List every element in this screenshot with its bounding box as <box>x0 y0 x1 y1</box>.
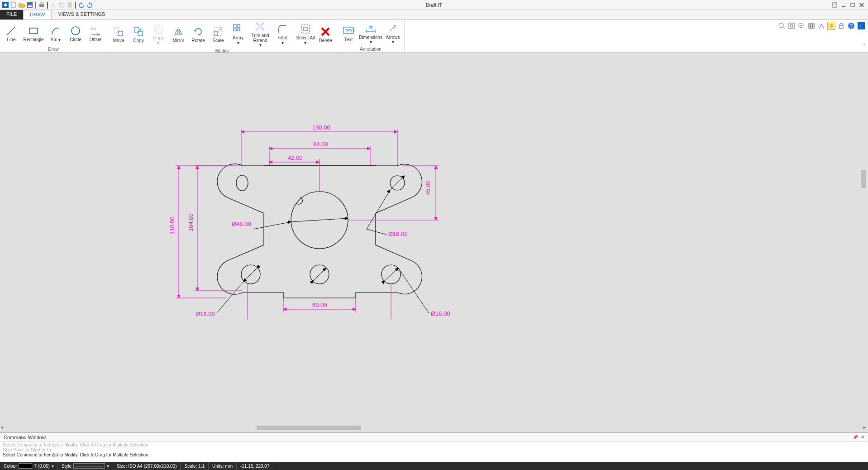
collapse-ribbon-icon[interactable]: ˄ <box>863 43 865 48</box>
text-icon: TEXT <box>343 25 354 37</box>
help-icon[interactable]: ? <box>847 22 855 30</box>
tab-file[interactable]: FILE <box>0 10 23 19</box>
scale-icon <box>212 26 224 38</box>
tool-array[interactable]: Array▾ <box>229 21 248 48</box>
tool-dimensions[interactable]: 25Dimensions▾ <box>359 21 382 46</box>
maximize-icon[interactable] <box>849 1 856 9</box>
open-icon[interactable] <box>18 1 25 9</box>
tool-trim-extend[interactable]: Trim and Extend▾ <box>248 21 272 48</box>
svg-rect-3 <box>28 5 32 7</box>
drawing-svg: 130.00 84.00 42.00 45.00 110.00 104.00 1… <box>0 53 868 320</box>
status-colour[interactable]: Colour 7 (0.05) ▾ <box>0 462 58 470</box>
close-icon[interactable] <box>858 1 865 9</box>
save-icon[interactable] <box>26 1 33 9</box>
dim-104: 104.00 <box>187 213 194 231</box>
lock-icon[interactable] <box>837 22 845 30</box>
vscroll-thumb[interactable] <box>861 170 866 188</box>
vertical-scrollbar[interactable] <box>861 53 866 432</box>
paste-icon[interactable] <box>66 1 73 9</box>
svg-rect-22 <box>214 32 218 35</box>
group-modify: Move Copy Copy▾ Mirror Rotate Scale Arra… <box>107 20 337 52</box>
horizontal-scrollbar[interactable]: ◄ ► <box>0 425 868 431</box>
ribbon-toggle-icon[interactable] <box>831 1 838 9</box>
group-draw: Line Rectangle Arc ▾ Circle 2mOffset Dra… <box>0 20 107 52</box>
svg-point-43 <box>830 24 833 28</box>
status-bar: Colour 7 (0.05) ▾ Style ▾ Size: ISO A4 (… <box>0 462 868 470</box>
dim-110: 110.00 <box>169 216 176 235</box>
rotate-icon <box>192 26 204 38</box>
svg-rect-30 <box>301 25 310 33</box>
separator-icon: | <box>74 1 77 9</box>
svg-text:?: ? <box>850 23 853 29</box>
title-bar: | | | Draft IT <box>0 0 868 10</box>
new-icon[interactable] <box>10 1 17 9</box>
svg-rect-26 <box>234 28 236 31</box>
cmd-current-line[interactable]: Select Command or Item(s) to Modify, Cli… <box>3 452 865 457</box>
snap-icon[interactable] <box>817 22 825 30</box>
group-draw-label: Draw <box>2 46 105 52</box>
zoom-window-icon[interactable] <box>777 22 786 30</box>
status-scale: Scale: 1:1 <box>181 462 208 470</box>
drawing-canvas[interactable]: 130.00 84.00 42.00 45.00 110.00 104.00 1… <box>0 53 868 432</box>
scroll-left-icon[interactable]: ◄ <box>0 425 5 431</box>
chevron-down-icon: ▾ <box>52 464 54 469</box>
print-icon[interactable] <box>38 1 45 9</box>
tab-draw[interactable]: DRAW <box>23 10 52 19</box>
svg-line-87 <box>217 282 243 312</box>
tool-select-all[interactable]: Select All▾ <box>296 21 315 48</box>
zoom-extents-icon[interactable] <box>787 22 796 30</box>
minimize-icon[interactable] <box>840 1 847 9</box>
tool-mirror[interactable]: Mirror <box>169 21 188 48</box>
colour-swatch <box>19 463 32 469</box>
tool-line[interactable]: Line <box>2 21 21 46</box>
grid-icon[interactable] <box>807 22 816 30</box>
cmd-close-icon[interactable]: ✕ <box>861 435 864 440</box>
copy-icon[interactable] <box>58 1 65 9</box>
tool-text[interactable]: TEXTText <box>339 21 358 46</box>
svg-line-39 <box>783 27 785 29</box>
dim-42: 42.00 <box>288 154 303 161</box>
rectangle-icon <box>28 25 39 37</box>
line-icon <box>5 25 17 37</box>
trim-icon <box>254 21 266 33</box>
delete-icon <box>320 26 331 38</box>
separator-icon: | <box>34 1 37 9</box>
tool-delete[interactable]: Delete <box>316 21 335 48</box>
cmd-history-line: Give Point To Stretch To : <box>3 447 865 452</box>
cmd-pin-icon[interactable]: 📌 <box>853 435 858 440</box>
hscroll-thumb[interactable] <box>257 426 361 430</box>
svg-line-86 <box>243 268 257 282</box>
arc-icon <box>50 25 62 37</box>
svg-rect-40 <box>789 23 794 29</box>
tool-fillet[interactable]: Fillet▾ <box>273 21 292 48</box>
svg-point-14 <box>72 27 80 35</box>
command-window-title: Command Window <box>4 435 46 440</box>
tool-scale[interactable]: Scale <box>209 21 228 48</box>
tool-arrows[interactable]: Arrows▾ <box>383 21 402 46</box>
layer-icon[interactable] <box>827 22 835 30</box>
command-window-header[interactable]: Command Window 📌 ✕ <box>0 433 868 442</box>
select-all-icon <box>300 23 311 35</box>
undo-icon[interactable] <box>78 1 85 9</box>
linestyle-preview <box>73 463 105 469</box>
svg-line-83 <box>367 229 386 235</box>
window-buttons <box>831 1 868 9</box>
tool-arc[interactable]: Arc ▾ <box>46 21 65 46</box>
status-style[interactable]: Style ▾ <box>58 462 113 470</box>
dim-60: 60.00 <box>312 302 327 308</box>
cut-icon[interactable] <box>50 1 57 9</box>
tool-copy[interactable]: Copy <box>129 21 148 48</box>
tool-offset[interactable]: 2mOffset <box>86 21 105 46</box>
tool-rectangle[interactable]: Rectangle <box>22 21 45 46</box>
zoom-previous-icon[interactable] <box>797 22 806 30</box>
tab-views-settings[interactable]: VIEWS & SETTINGS <box>52 10 111 19</box>
svg-rect-25 <box>237 24 240 27</box>
dim-dia16b: Ø16.00 <box>431 310 450 317</box>
info-icon[interactable]: i <box>857 22 865 30</box>
tool-rotate[interactable]: Rotate <box>189 21 208 48</box>
status-colour-value: 7 (0.05) <box>34 464 49 469</box>
redo-icon[interactable] <box>86 1 93 9</box>
tool-circle[interactable]: Circle <box>66 21 85 46</box>
app-icon <box>2 1 9 9</box>
tool-move[interactable]: Move <box>109 21 128 48</box>
